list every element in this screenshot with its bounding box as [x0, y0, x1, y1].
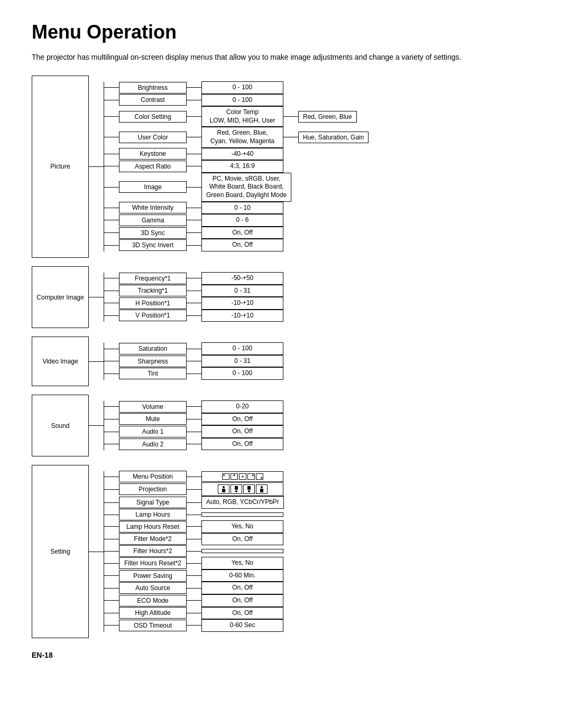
item-name: Keystone: [119, 148, 187, 160]
item-row-signaltype: Signal TypeAuto, RGB, YCbCr/YPbPr: [104, 496, 284, 509]
val-connector: [187, 100, 201, 100]
item-name: Aspect Ratio: [119, 161, 187, 172]
extra-label: Red, Green, Blue: [298, 111, 357, 123]
item-name: User Color: [119, 132, 187, 143]
val-connector: [187, 166, 201, 166]
intro-text: The projector has multilingual on-screen…: [32, 52, 539, 63]
item-row-mute: MuteOn, Off: [104, 413, 283, 426]
tick-line: [104, 208, 119, 208]
val-connector: [187, 406, 201, 407]
tick-line: [104, 477, 119, 477]
tick-line: [104, 444, 119, 444]
proj-icon-front: [218, 484, 229, 494]
val-connector: [187, 116, 201, 117]
item-value: 0-20: [201, 400, 283, 413]
h-connector-computer-image: [89, 297, 104, 297]
section-picture: PictureBrightness0 - 100Contrast0 - 100C…: [32, 76, 539, 258]
item-value: -50-+50: [201, 272, 283, 285]
val-connector: [187, 419, 201, 419]
item-value: Yes, No: [201, 520, 283, 533]
val-connector: [187, 187, 201, 188]
h-connector-setting: [89, 552, 104, 552]
val-connector: [187, 87, 201, 88]
item-row-filterhoursreset2: Filter Hours Reset*2Yes, No: [104, 557, 284, 570]
tick-line: [104, 87, 119, 88]
val-connector: [187, 303, 201, 303]
section-label-sound: Sound: [32, 395, 89, 456]
tick-line: [104, 526, 119, 527]
item-row-colorsetting: Color SettingColor Temp LOW, MID, HIGH, …: [104, 106, 369, 127]
item-name: Brightness: [119, 82, 187, 94]
item-value: Yes, No: [201, 557, 283, 570]
tick-line: [104, 588, 119, 589]
item-value: On, Off: [201, 438, 283, 451]
item-value: 0 - 100: [201, 94, 283, 107]
val-connector: [187, 137, 201, 137]
item-name: Saturation: [119, 343, 187, 354]
item-row-audio1: Audio 1On, Off: [104, 425, 283, 438]
item-row-keystone: Keystone-40-+40: [104, 148, 369, 161]
item-row-highaltitude: High AltitudeOn, Off: [104, 607, 284, 620]
page-number: EN-18: [32, 651, 539, 659]
item-row-filterhours2: Filter Hours*2: [104, 545, 284, 557]
section-video-image: Video ImageSaturation0 - 100Sharpness0 -…: [32, 337, 539, 386]
item-value: 0 - 31: [201, 285, 283, 297]
item-value: [201, 549, 283, 553]
item-name: Mute: [119, 413, 187, 425]
val-connector: [187, 444, 201, 444]
item-value: -40-+40: [201, 148, 283, 161]
item-value: On, Off: [201, 425, 283, 438]
tick-line: [104, 220, 119, 220]
val-connector: [187, 551, 201, 552]
item-name: Tracking*1: [119, 285, 187, 296]
val-connector: [187, 208, 201, 208]
val-connector: [187, 232, 201, 233]
item-row-aspectratio: Aspect Ratio4:3, 16:9: [104, 160, 369, 173]
tick-line: [104, 137, 119, 137]
item-value: On, Off: [201, 533, 283, 546]
tick-line: [104, 232, 119, 233]
item-value: [201, 471, 283, 482]
item-row-filtermode2: Filter Mode*2On, Off: [104, 533, 284, 546]
item-name: Image: [119, 181, 187, 193]
item-row-whiteintensity: White Intensity0 - 10: [104, 202, 369, 214]
val-connector: [187, 539, 201, 539]
tick-line: [104, 502, 119, 503]
tick-line: [104, 406, 119, 407]
item-value: 0 - 100: [201, 81, 283, 94]
items-area-picture: Brightness0 - 100Contrast0 - 100Color Se…: [104, 82, 369, 251]
tick-line: [104, 154, 119, 154]
tick-line: [104, 432, 119, 432]
val-connector: [187, 361, 201, 361]
item-name: Power Saving: [119, 570, 187, 582]
val-connector: [187, 349, 201, 349]
item-value: 0-60 Min.: [201, 570, 283, 582]
tick-line: [104, 600, 119, 601]
val-connector: [187, 315, 201, 316]
val-connector: [187, 291, 201, 291]
item-name: 3D Sync Invert: [119, 239, 187, 251]
section-label-video-image: Video Image: [32, 337, 89, 386]
item-value: On, Off: [201, 413, 283, 426]
item-name: Volume: [119, 401, 187, 413]
val-connector: [187, 613, 201, 613]
ext-connector: [283, 116, 298, 117]
val-connector: [187, 502, 201, 503]
item-value: On, Off: [201, 582, 283, 594]
item-row-projection: Projection: [104, 482, 284, 496]
tick-line: [104, 349, 119, 349]
val-connector: [187, 477, 201, 477]
item-value: On, Off: [201, 607, 283, 620]
item-row-image: ImagePC, Movie, sRGB, User, White Board,…: [104, 173, 369, 202]
h-connector-picture: [89, 166, 104, 167]
item-value: On, Off: [201, 239, 283, 251]
ext-connector: [283, 137, 298, 137]
item-value: PC, Movie, sRGB, User, White Board, Blac…: [201, 173, 291, 202]
item-name: Contrast: [119, 94, 187, 106]
val-connector: [187, 575, 201, 576]
item-name: Filter Mode*2: [119, 533, 187, 545]
tick-line: [104, 515, 119, 515]
item-name: Auto Source: [119, 582, 187, 594]
item-name: Sharpness: [119, 356, 187, 367]
section-label-setting: Setting: [32, 465, 89, 638]
